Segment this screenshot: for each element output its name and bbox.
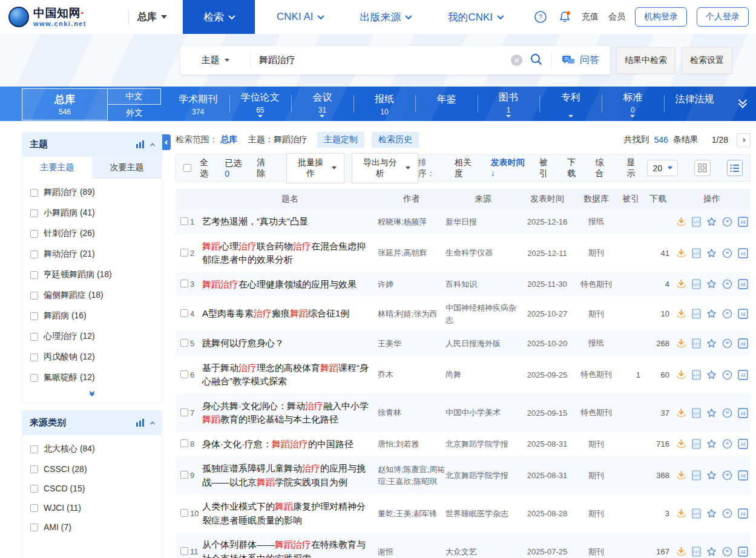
html-read-icon[interactable]: </> <box>692 279 701 289</box>
topic-filter-item[interactable]: 丙戊酸钠 (12) <box>22 347 162 367</box>
result-title-link[interactable]: 人类作业模式下的舞蹈康复护理对精神分裂症患者睡眠质量的影响 <box>202 500 378 527</box>
sort-option-3[interactable]: 下载 <box>567 157 583 179</box>
result-authors[interactable]: 董乾;王美;郝军锋 <box>378 508 445 520</box>
quote-icon[interactable]: ” <box>722 309 732 319</box>
result-authors[interactable]: 程晓琳;杨频萍 <box>378 216 445 228</box>
source-filter-item[interactable]: 北大核心 (84) <box>22 439 162 459</box>
db-tab-7[interactable]: 标准0 <box>602 87 664 121</box>
lang-tab-foreign[interactable]: 外文 <box>108 105 161 121</box>
result-source[interactable]: 世界睡眠医学杂志 <box>445 508 521 520</box>
filter-checkbox[interactable] <box>30 524 38 531</box>
select-all-label[interactable]: 全选 <box>200 157 216 179</box>
scope-link[interactable]: 总库 <box>220 134 237 145</box>
topic-filter-item[interactable]: 偏侧舞蹈症 (18) <box>22 285 162 306</box>
download-icon[interactable] <box>676 370 686 380</box>
download-icon[interactable] <box>676 470 686 481</box>
source-filter-item[interactable]: CSCD (15) <box>22 479 162 498</box>
db-tab-2[interactable]: 会议31 <box>291 87 353 121</box>
favorite-star-icon[interactable] <box>706 370 717 380</box>
search-history-button[interactable]: 检索历史 <box>372 132 419 148</box>
topic-filter-item[interactable]: 舞蹈病 (16) <box>22 306 162 326</box>
result-source[interactable]: 中国神经精神疾病杂志 <box>445 302 521 326</box>
quote-icon[interactable]: ” <box>722 370 732 380</box>
sort-option-0[interactable]: 相关度 <box>455 157 479 179</box>
bar-chart-icon[interactable] <box>136 419 145 427</box>
result-title-link[interactable]: 艺考热退潮，“真功夫”凸显 <box>202 215 378 229</box>
download-icon[interactable] <box>676 547 686 557</box>
result-source[interactable]: 中国中小学美术 <box>445 407 521 419</box>
result-title-link[interactable]: 身体·文化·疗愈：舞蹈治疗的中国路径 <box>202 438 378 451</box>
favorite-star-icon[interactable] <box>706 217 717 227</box>
collapse-section-icon[interactable] <box>150 143 155 148</box>
row-checkbox[interactable] <box>180 339 188 347</box>
html-read-icon[interactable]: </> <box>692 547 701 557</box>
db-tab-3[interactable]: 报纸10 <box>353 87 416 121</box>
result-source[interactable]: 大众文艺 <box>445 546 521 558</box>
filter-checkbox[interactable] <box>30 445 38 453</box>
favorite-star-icon[interactable] <box>706 248 717 258</box>
nav-tab-my-cnki[interactable]: 我的CNKI <box>429 0 521 34</box>
recharge-link[interactable]: 充值 <box>582 11 599 22</box>
result-title-link[interactable]: 舞蹈心理治疗联合药物治疗在混合焦虑抑郁症患者中的效果分析 <box>202 240 378 267</box>
row-checkbox[interactable] <box>180 471 188 479</box>
tab-main-topic[interactable]: 主要主题 <box>22 157 92 179</box>
download-icon[interactable] <box>676 508 686 519</box>
download-icon[interactable] <box>676 248 686 258</box>
download-icon[interactable] <box>676 408 686 418</box>
result-title-link[interactable]: 基于舞动治疗理念的高校体育舞蹈课程“身心融合”教学模式探索 <box>202 361 378 389</box>
row-checkbox[interactable] <box>180 509 188 517</box>
row-checkbox[interactable] <box>180 547 188 555</box>
result-title-link[interactable]: A型肉毒毒素治疗瘢痕舞蹈综合征1例 <box>202 307 378 321</box>
expand-more-databases-icon[interactable] <box>729 87 756 121</box>
filter-checkbox[interactable] <box>30 230 38 238</box>
topic-section-header[interactable]: 主题 <box>22 132 162 157</box>
result-authors[interactable]: 唐怡;刘若雅 <box>378 438 445 450</box>
list-view-button[interactable] <box>727 160 743 176</box>
notification-bell-icon[interactable] <box>557 10 572 24</box>
batch-operation-button[interactable]: 批量操作 <box>286 153 344 183</box>
result-title-link[interactable]: 身心共舞·文化润心：舞动治疗融入中小学舞蹈教育的理论基础与本土化路径 <box>202 399 378 427</box>
source-category-header[interactable]: 来源类别 <box>22 410 162 435</box>
grid-view-button[interactable] <box>694 160 710 176</box>
tab-secondary-topic[interactable]: 次要主题 <box>92 157 162 179</box>
ai-icon[interactable]: AI <box>738 439 748 449</box>
quote-icon[interactable]: ” <box>722 470 732 481</box>
favorite-star-icon[interactable] <box>706 470 717 481</box>
result-title-link[interactable]: 舞蹈治疗在心理健康领域的应用与效果 <box>202 278 378 292</box>
result-source[interactable]: 北京舞蹈学院学报 <box>445 438 521 450</box>
favorite-star-icon[interactable] <box>706 439 717 449</box>
db-tab-0[interactable]: 学术期刊374 <box>167 87 229 121</box>
row-checkbox[interactable] <box>180 409 188 416</box>
ai-icon[interactable]: AI <box>738 309 748 319</box>
result-source[interactable]: 生命科学仪器 <box>445 247 521 259</box>
sort-option-4[interactable]: 综合 <box>595 157 611 179</box>
result-authors[interactable]: 王美华 <box>378 338 445 350</box>
topic-filter-item[interactable]: 舞动治疗 (21) <box>22 244 162 264</box>
html-read-icon[interactable]: </> <box>692 370 701 380</box>
topic-filter-item[interactable]: 小舞蹈病 (41) <box>22 203 162 223</box>
quote-icon[interactable]: ” <box>722 408 732 418</box>
search-settings-button[interactable]: 检索设置 <box>682 47 732 74</box>
lang-tab-chinese[interactable]: 中文 <box>108 88 161 105</box>
source-filter-item[interactable]: AMI (7) <box>22 517 162 537</box>
db-tab-5[interactable]: 图书1 <box>478 87 540 121</box>
filter-checkbox[interactable] <box>30 292 38 300</box>
filter-checkbox[interactable] <box>30 485 38 493</box>
nav-tab-publications[interactable]: 出版来源 <box>341 0 429 34</box>
row-checkbox[interactable] <box>180 217 188 225</box>
db-tab-8[interactable]: 法律法规 <box>664 87 726 121</box>
download-icon[interactable] <box>676 279 686 289</box>
zongku-dropdown[interactable]: 总库 <box>137 11 167 24</box>
result-title-link[interactable]: 孤独症谱系障碍儿童舞动治疗的应用与挑战——以北京舞蹈学院实践项目为例 <box>202 462 378 489</box>
quote-icon[interactable]: ” <box>722 547 732 557</box>
qa-button[interactable]: 问答 <box>551 52 610 69</box>
quote-icon[interactable]: ” <box>722 217 732 227</box>
favorite-star-icon[interactable] <box>706 508 717 519</box>
search-magnifier-icon[interactable] <box>530 53 543 68</box>
clear-search-icon[interactable]: ✕ <box>511 54 522 66</box>
filter-checkbox[interactable] <box>30 465 38 473</box>
filter-checkbox[interactable] <box>30 251 38 258</box>
topic-filter-item[interactable]: 亨廷顿舞蹈病 (18) <box>22 264 162 285</box>
ai-icon[interactable]: AI <box>738 547 748 557</box>
sort-option-2[interactable]: 被引 <box>539 157 556 179</box>
